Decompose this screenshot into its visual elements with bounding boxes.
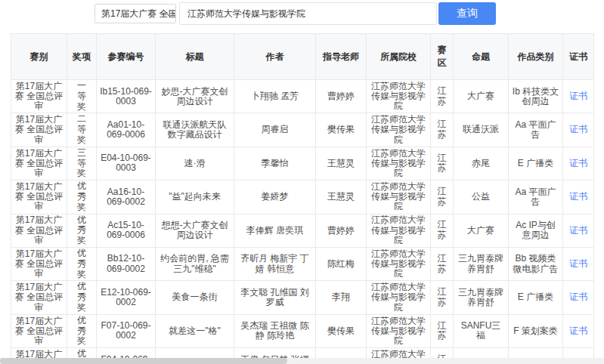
cell-authors: 李文聪 孔维国 刘罗威 bbox=[234, 281, 316, 314]
table-row: 第17届大广赛 全国总评审三等奖E04-10-069-0003速·滑季馨怡王慧灵… bbox=[11, 147, 594, 180]
certificate-link[interactable]: 证书 bbox=[569, 158, 587, 168]
school-input[interactable] bbox=[179, 2, 437, 25]
cell-division: 江苏 bbox=[431, 80, 454, 113]
cell-advisors: 王慧灵 bbox=[316, 147, 367, 180]
cell-award-text: 优秀奖 bbox=[77, 248, 87, 279]
cell-topic: 三九胃泰牌养胃舒 bbox=[454, 247, 509, 280]
column-header-entry-no: 参赛编号 bbox=[97, 34, 156, 80]
cell-title: 约会前的胃, 急需三九"维稳" bbox=[156, 247, 234, 280]
certificate-link[interactable]: 证书 bbox=[569, 191, 587, 202]
certificate-link[interactable]: 证书 bbox=[569, 225, 587, 236]
cell-school: 江苏师范大学传媒与影视学院 bbox=[367, 180, 431, 214]
cell-entry-no: Bb12-10-069-0002 bbox=[97, 247, 156, 280]
cell-division: 江苏 bbox=[431, 314, 454, 347]
certificate-link[interactable]: 证书 bbox=[569, 292, 587, 302]
results-table: 赛别奖项参赛编号标题作者指导老师所属院校赛区命题作品类别证书 第17届大广赛 全… bbox=[11, 33, 594, 364]
column-header-certificate: 证书 bbox=[563, 34, 594, 80]
table-row: 第17届大广赛 全国总评审优秀奖F07-10-069-0002就差这一"格"吴杰… bbox=[11, 314, 594, 347]
cell-category: Ac IP与创意周边 bbox=[509, 214, 563, 247]
table-header: 赛别奖项参赛编号标题作者指导老师所属院校赛区命题作品类别证书 bbox=[11, 34, 594, 80]
cell-entry-no: Aa16-10-069-0002 bbox=[97, 180, 156, 214]
cell-division: 江苏 bbox=[431, 214, 454, 247]
cell-authors: 卜翔驰 孟芳 bbox=[234, 80, 316, 113]
cell-division-text: 江苏 bbox=[437, 153, 447, 174]
column-header-advisors: 指导老师 bbox=[316, 34, 367, 80]
table-header-row: 赛别奖项参赛编号标题作者指导老师所属院校赛区命题作品类别证书 bbox=[11, 34, 594, 80]
cell-category: F 策划案类 bbox=[509, 314, 563, 347]
cell-school: 江苏师范大学传媒与影视学院 bbox=[367, 147, 431, 180]
cell-award: 优秀奖 bbox=[67, 247, 97, 280]
column-header-topic: 命题 bbox=[454, 34, 509, 80]
cell-authors: 李俸辉 唐奕琪 bbox=[234, 214, 316, 247]
cell-award: 优秀奖 bbox=[67, 281, 97, 314]
cell-topic: 公益 bbox=[454, 180, 509, 214]
cell-title: 妙思-大广赛文创周边设计 bbox=[156, 80, 234, 113]
table-body: 第17届大广赛 全国总评审一等奖Ib15-10-069-0003妙思-大广赛文创… bbox=[11, 80, 594, 364]
cell-topic: SANFU三福 bbox=[454, 314, 509, 347]
cell-topic: 大广赛 bbox=[454, 80, 509, 113]
column-header-school: 所属院校 bbox=[367, 34, 431, 80]
contest-select[interactable]: 第17届大广赛 全国总评审 bbox=[94, 4, 176, 23]
cell-certificate: 证书 bbox=[563, 214, 594, 247]
cell-category: Ib 科技类文创周边 bbox=[509, 80, 563, 113]
cell-division-text: 江苏 bbox=[437, 86, 447, 107]
cell-certificate: 证书 bbox=[563, 80, 594, 113]
column-header-category: 作品类别 bbox=[509, 34, 563, 80]
cell-award-text: 优秀奖 bbox=[77, 215, 87, 246]
cell-authors: 吴杰瑞 王祖微 陈静 陈玲艳 bbox=[234, 314, 316, 347]
cell-award-text: 优秀奖 bbox=[77, 316, 87, 347]
certificate-link[interactable]: 证书 bbox=[569, 325, 587, 336]
cell-entry-no: Ib15-10-069-0003 bbox=[97, 80, 156, 113]
cell-award: 一等奖 bbox=[67, 80, 97, 113]
cell-category: Aa 平面广告 bbox=[509, 180, 563, 214]
cell-award-text: 优秀奖 bbox=[77, 282, 87, 313]
cell-school: 江苏师范大学传媒与影视学院 bbox=[367, 80, 431, 113]
cell-authors: 季馨怡 bbox=[234, 147, 316, 180]
cell-contest: 第17届大广赛 全国总评审 bbox=[11, 281, 67, 314]
results-table-wrap: 赛别奖项参赛编号标题作者指导老师所属院校赛区命题作品类别证书 第17届大广赛 全… bbox=[11, 33, 593, 364]
column-header-title: 标题 bbox=[156, 34, 234, 80]
column-header-authors: 作者 bbox=[234, 34, 316, 80]
contest-select-value: 第17届大广赛 全国总评审 bbox=[101, 8, 176, 19]
column-header-award: 奖项 bbox=[67, 34, 97, 80]
certificate-link[interactable]: 证书 bbox=[569, 124, 587, 134]
cell-division: 江苏 bbox=[431, 247, 454, 280]
cell-division-text: 江苏 bbox=[437, 119, 447, 140]
cell-division-text: 江苏 bbox=[437, 254, 447, 275]
cell-authors: 姜娇梦 bbox=[234, 180, 316, 214]
horizontal-scrollbar[interactable] bbox=[0, 358, 604, 364]
cell-contest: 第17届大广赛 全国总评审 bbox=[11, 113, 67, 147]
cell-advisors: 曹婷婷 bbox=[316, 80, 367, 113]
query-button[interactable]: 查询 bbox=[438, 2, 496, 25]
cell-category: Aa 平面广告 bbox=[509, 113, 563, 147]
cell-topic: 联通沃派 bbox=[454, 113, 509, 147]
certificate-link[interactable]: 证书 bbox=[569, 258, 587, 269]
table-row: 第17届大广赛 全国总评审优秀奖Ac15-10-069-0006想想-大广赛文创… bbox=[11, 214, 594, 247]
cell-category: E 广播类 bbox=[509, 281, 563, 314]
cell-contest: 第17届大广赛 全国总评审 bbox=[11, 247, 67, 280]
cell-authors: 周睿启 bbox=[234, 113, 316, 147]
cell-award-text: 二等奖 bbox=[77, 114, 87, 145]
cell-entry-no: Aa01-10-069-0006 bbox=[97, 113, 156, 147]
cell-division: 江苏 bbox=[431, 180, 454, 214]
cell-division-text: 江苏 bbox=[437, 321, 447, 342]
cell-division: 江苏 bbox=[431, 281, 454, 314]
table-row: 第17届大广赛 全国总评审优秀奖E12-10-069-0002美食一条街李文聪 … bbox=[11, 281, 594, 314]
cell-contest: 第17届大广赛 全国总评审 bbox=[11, 147, 67, 180]
cell-award: 优秀奖 bbox=[67, 314, 97, 347]
cell-division-text: 江苏 bbox=[437, 287, 447, 308]
cell-certificate: 证书 bbox=[563, 247, 594, 280]
cell-contest: 第17届大广赛 全国总评审 bbox=[11, 314, 67, 347]
cell-title: 联通沃派航天队数字藏品设计 bbox=[156, 113, 234, 147]
cell-entry-no: E04-10-069-0003 bbox=[97, 147, 156, 180]
horizontal-scrollbar-thumb[interactable] bbox=[0, 358, 287, 364]
cell-division: 江苏 bbox=[431, 147, 454, 180]
cell-award-text: 一等奖 bbox=[77, 81, 87, 112]
cell-award: 优秀奖 bbox=[67, 214, 97, 247]
cell-category: Bb 视频类微电影广告 bbox=[509, 247, 563, 280]
cell-entry-no: E12-10-069-0002 bbox=[97, 281, 156, 314]
certificate-link[interactable]: 证书 bbox=[569, 91, 587, 101]
cell-school: 江苏师范大学传媒与影视学院 bbox=[367, 281, 431, 314]
cell-entry-no: Ac15-10-069-0006 bbox=[97, 214, 156, 247]
cell-topic: 赤尾 bbox=[454, 147, 509, 180]
